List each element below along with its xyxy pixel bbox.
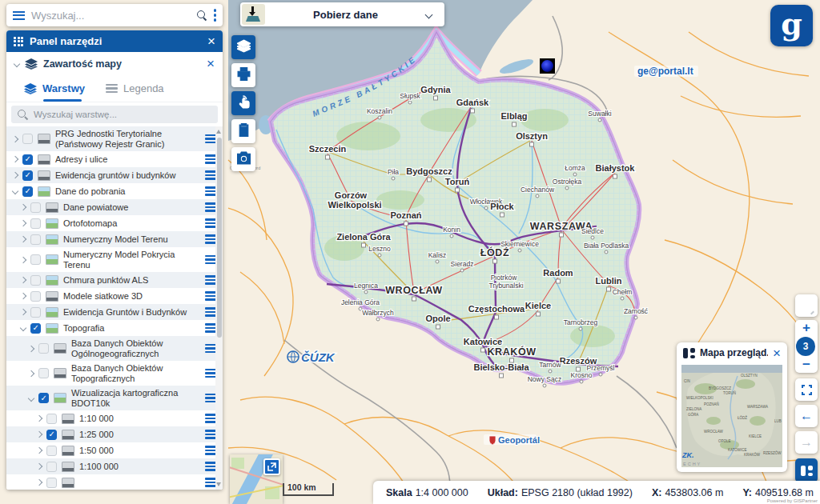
city-label: Wałbrzych (362, 309, 394, 317)
layers-tool-button[interactable] (231, 35, 255, 59)
chevron-down-icon[interactable] (28, 394, 34, 401)
download-bar-label: Pobierz dane (265, 9, 426, 21)
layer-row[interactable]: Ortofotomapa (6, 215, 223, 231)
history-forward-button[interactable]: → (795, 431, 818, 454)
y-coordinate: Y:409519.68 m (742, 487, 814, 498)
more-options-icon[interactable] (214, 9, 217, 22)
layer-checkbox[interactable] (30, 218, 41, 229)
layer-row[interactable]: Wizualizacja kartograficzna BDOT10k (6, 386, 223, 410)
download-data-bar[interactable]: Pobierz dane (240, 2, 444, 26)
chevron-right-icon[interactable] (36, 479, 42, 486)
layer-checkbox[interactable] (38, 393, 49, 403)
chevron-down-icon[interactable] (425, 10, 433, 18)
layer-row[interactable]: Topografia (6, 320, 223, 336)
printer-tool-button[interactable] (231, 63, 255, 87)
layer-checkbox[interactable] (38, 368, 49, 378)
layer-checkbox[interactable] (46, 478, 57, 488)
chevron-right-icon[interactable] (20, 293, 26, 299)
close-panel-icon[interactable]: × (207, 34, 215, 48)
layer-checkbox[interactable] (46, 430, 57, 440)
history-back-button[interactable]: ← (795, 405, 818, 427)
layer-row[interactable]: Ewidencja Gruntów i Budynków (6, 304, 223, 320)
layer-checkbox[interactable] (22, 186, 33, 197)
tree-scrollbar[interactable] (215, 126, 223, 490)
chevron-right-icon[interactable] (20, 256, 26, 262)
tab-legenda[interactable]: Legenda (106, 75, 164, 102)
chevron-right-icon[interactable] (36, 463, 42, 470)
wms-layer-icon (62, 430, 74, 440)
collapse-icon[interactable] (14, 60, 20, 66)
layer-row[interactable]: Baza Danych Obiektów Topograficznych (6, 361, 223, 386)
expand-basemap-button[interactable] (263, 458, 280, 475)
tab-warstwy[interactable]: Warstwy (24, 75, 85, 102)
overview-map-thumbnail[interactable]: CINOLSZTYNBYDGOSZCZTORUŃWIELKOPOLSKIPOZN… (681, 365, 782, 467)
svg-text:ŁÓDŹ: ŁÓDŹ (738, 415, 747, 420)
layer-checkbox[interactable] (22, 170, 33, 181)
chevron-right-icon[interactable] (28, 345, 34, 351)
layer-checkbox[interactable] (22, 134, 33, 144)
layer-row[interactable]: 1:50 000 (6, 442, 223, 458)
layer-row[interactable]: Baza Danych Obiektów Ogólnogeograficznyc… (6, 336, 223, 361)
chevron-right-icon[interactable] (12, 172, 18, 178)
chevron-down-icon[interactable] (12, 188, 18, 194)
zoom-in-button[interactable]: + (802, 322, 810, 334)
fullscreen-icon (802, 385, 812, 395)
layer-row[interactable]: PRG Jednostki Terytorialne (Państwowy Re… (6, 126, 223, 151)
layer-row[interactable]: Dane powiatowe (6, 199, 223, 215)
chevron-right-icon[interactable] (36, 447, 42, 454)
layer-checkbox[interactable] (30, 234, 41, 245)
layer-row[interactable]: Ewidencja gruntów i budynków (6, 167, 223, 183)
overview-map-icon (801, 466, 813, 476)
layer-checkbox[interactable] (30, 202, 41, 213)
layer-row[interactable]: Numeryczny Model Pokrycia Terenu (6, 247, 223, 272)
chevron-right-icon[interactable] (20, 309, 26, 315)
camera-tool-button[interactable] (231, 147, 255, 171)
clipboard-tool-button[interactable] (231, 119, 255, 143)
layer-checkbox[interactable] (30, 323, 41, 334)
chevron-right-icon[interactable] (20, 220, 26, 226)
chevron-down-icon[interactable] (20, 325, 26, 331)
geoportal-logo[interactable]: g (770, 5, 813, 46)
search-icon[interactable] (197, 10, 207, 21)
chevron-right-icon[interactable] (20, 236, 26, 242)
chevron-right-icon[interactable] (12, 135, 18, 142)
city-label: Leszno (368, 245, 391, 253)
chevron-right-icon[interactable] (20, 204, 26, 210)
chevron-right-icon[interactable] (12, 156, 18, 162)
close-overview-icon[interactable]: × (773, 346, 781, 360)
layer-search-input[interactable]: Wyszukaj warstwę... (11, 106, 218, 123)
city-label: Gdynia (420, 85, 451, 94)
layer-checkbox[interactable] (46, 414, 57, 424)
city-label: Konin (443, 226, 460, 234)
mini-handle-button[interactable] (795, 294, 818, 317)
layer-checkbox[interactable] (46, 446, 57, 456)
layer-row[interactable]: 1:25 000 (6, 426, 223, 442)
menu-icon[interactable] (13, 11, 25, 20)
layer-row[interactable]: 1:10 000 (6, 410, 223, 426)
layer-row[interactable]: Numeryczny Model Terenu (6, 231, 223, 247)
layer-row[interactable] (6, 474, 223, 490)
layer-checkbox[interactable] (46, 462, 57, 472)
layer-row[interactable]: Adresy i ulice (6, 151, 223, 167)
chevron-right-icon[interactable] (28, 370, 34, 376)
layer-checkbox[interactable] (30, 291, 41, 302)
chevron-right-icon[interactable] (36, 415, 42, 422)
layer-row[interactable]: Chmura punktów ALS (6, 272, 223, 288)
layer-row[interactable]: Modele siatkowe 3D (6, 288, 223, 304)
layer-row[interactable]: 1:100 000 (6, 458, 223, 474)
layer-row[interactable]: Dane do pobrania (6, 183, 223, 199)
chevron-right-icon[interactable] (36, 431, 42, 438)
layer-checkbox[interactable] (22, 154, 33, 165)
zoom-out-button[interactable]: − (802, 359, 810, 370)
layer-checkbox[interactable] (30, 275, 41, 286)
chevron-right-icon[interactable] (20, 277, 26, 283)
touch-identify-tool-button[interactable] (231, 91, 255, 115)
layer-checkbox[interactable] (38, 343, 49, 354)
fullscreen-button[interactable] (795, 378, 818, 401)
svg-text:ČÚZK: ČÚZK (301, 350, 336, 364)
layer-checkbox[interactable] (30, 254, 41, 265)
global-search-input[interactable]: Wyszukaj... (31, 10, 191, 22)
layer-checkbox[interactable] (30, 307, 41, 318)
overview-map-button[interactable] (795, 458, 818, 482)
close-section-icon[interactable]: × (207, 57, 215, 70)
